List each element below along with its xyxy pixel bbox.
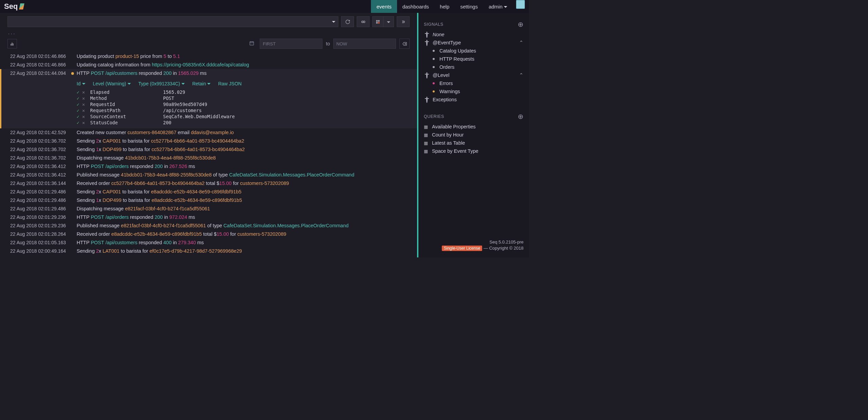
chevron-up-icon[interactable]: ⌃ <box>519 40 524 45</box>
event-message: Published message 41bdcb01-75b3-4ea4-8f8… <box>77 171 417 178</box>
signals-heading: SIGNALS <box>424 22 443 27</box>
add-query-button[interactable]: ⊕ <box>518 112 524 121</box>
signal-item[interactable]: Orders <box>424 63 524 71</box>
chevron-up-icon[interactable]: ⌃ <box>519 72 524 78</box>
signal-item[interactable]: Errors <box>424 79 524 87</box>
retain-button[interactable]: Retain <box>192 81 211 86</box>
event-message: HTTP POST /api/orders responded 200 in 2… <box>77 163 417 170</box>
signal-level-group[interactable]: @Level ⌃ <box>424 71 524 79</box>
events-list[interactable]: 22 Aug 2018 02:01:46.866Updating product… <box>0 52 417 257</box>
check-icon[interactable]: ✓ <box>77 96 79 101</box>
event-row[interactable]: 22 Aug 2018 02:01:28.264Received order e… <box>0 230 417 238</box>
event-row[interactable]: 22 Aug 2018 02:01:46.866Updating catalog… <box>0 61 417 69</box>
event-timestamp: 22 Aug 2018 02:01:36.412 <box>10 163 71 170</box>
signal-item[interactable]: Catalog Updates <box>424 47 524 55</box>
event-row[interactable]: 22 Aug 2018 02:01:29.236Published messag… <box>0 222 417 230</box>
event-row[interactable]: 22 Aug 2018 02:01:29.236HTTP POST /api/o… <box>0 213 417 222</box>
event-row[interactable]: 22 Aug 2018 02:01:36.144Received order c… <box>0 179 417 188</box>
event-timestamp: 22 Aug 2018 02:01:29.236 <box>10 222 71 229</box>
add-signal-button[interactable]: ⊕ <box>518 20 524 28</box>
svg-rect-5 <box>378 22 379 23</box>
chevron-down-icon[interactable] <box>332 19 335 24</box>
event-row[interactable]: 22 Aug 2018 02:01:29.486Dispatching mess… <box>0 205 417 213</box>
histogram-button[interactable] <box>7 39 17 48</box>
property-row: ✓✕StatusCode200 <box>77 120 408 126</box>
event-row[interactable]: 22 Aug 2018 02:01:05.163HTTP POST /api/c… <box>0 238 417 247</box>
property-value: /api/customers <box>163 108 202 113</box>
type-button[interactable]: Type (0x9912334C) <box>138 81 185 86</box>
x-icon[interactable]: ✕ <box>82 102 85 107</box>
nav-events[interactable]: events <box>371 0 397 13</box>
clear-time-button[interactable] <box>399 39 410 49</box>
event-timestamp: 22 Aug 2018 02:01:36.702 <box>10 154 71 162</box>
search-input[interactable] <box>7 16 338 27</box>
query-item[interactable]: ▦Available Properties <box>424 123 524 131</box>
property-value: SeqCafe.Web.DemoMiddleware <box>163 114 235 119</box>
event-row[interactable]: 22 Aug 2018 02:01:44.094HTTP POST /api/c… <box>0 69 417 78</box>
event-row[interactable]: 22 Aug 2018 02:01:29.486Sending 1x DOP49… <box>0 196 417 205</box>
check-icon[interactable]: ✓ <box>77 120 79 125</box>
x-icon[interactable]: ✕ <box>82 120 85 125</box>
refresh-button[interactable] <box>341 16 354 27</box>
view-menu-button[interactable] <box>383 16 394 27</box>
event-message: Updating catalog information from https:… <box>77 61 417 68</box>
signal-eventtype-group[interactable]: @EventType ⌃ <box>424 39 524 47</box>
tail-button[interactable] <box>357 16 370 27</box>
query-item[interactable]: ▦Space by Event Type <box>424 147 524 155</box>
signal-item[interactable]: HTTP Requests <box>424 55 524 63</box>
raw-json-button[interactable]: Raw JSON <box>218 81 241 86</box>
event-row[interactable]: 22 Aug 2018 02:01:36.412HTTP POST /api/o… <box>0 162 417 171</box>
event-row[interactable]: 22 Aug 2018 02:01:46.866Updating product… <box>0 52 417 61</box>
x-icon[interactable]: ✕ <box>82 114 85 119</box>
event-timestamp: 22 Aug 2018 02:01:46.866 <box>10 61 71 68</box>
nav-settings[interactable]: settings <box>455 0 483 13</box>
check-icon[interactable]: ✓ <box>77 108 79 113</box>
svg-rect-2 <box>376 20 378 21</box>
calendar-icon[interactable] <box>249 41 254 47</box>
property-key: SourceContext <box>90 114 163 119</box>
nav-help[interactable]: help <box>434 0 455 13</box>
check-icon[interactable]: ✓ <box>77 114 79 119</box>
query-icon: ▦ <box>424 141 429 146</box>
level-button[interactable]: Level (Warning) <box>93 81 131 86</box>
time-to-input[interactable]: NOW <box>333 39 396 49</box>
event-message: Sending 1x DOP499 to barista for ef0c17e… <box>77 256 417 257</box>
nav-admin[interactable]: admin <box>483 0 513 13</box>
id-button[interactable]: Id <box>77 81 85 86</box>
event-timestamp: 22 Aug 2018 02:01:42.529 <box>10 129 71 136</box>
event-timestamp: 22 Aug 2018 02:01:29.486 <box>10 188 71 195</box>
x-icon[interactable]: ✕ <box>82 89 85 95</box>
signal-none[interactable]: None <box>424 30 524 39</box>
check-icon[interactable]: ✓ <box>77 89 79 95</box>
property-value: POST <box>163 96 174 101</box>
svg-rect-7 <box>12 42 12 45</box>
logo: Seq <box>4 2 24 11</box>
property-key: Method <box>90 96 163 101</box>
more-button[interactable] <box>397 16 410 27</box>
avatar[interactable] <box>516 0 525 9</box>
event-row[interactable]: 22 Aug 2018 02:01:36.702Sending 1x DOP49… <box>0 145 417 154</box>
event-row[interactable]: 22 Aug 2018 02:00:49.164Sending 2x LAT00… <box>0 247 417 255</box>
event-row[interactable]: 22 Aug 2018 02:00:49.164Sending 1x DOP49… <box>0 255 417 257</box>
query-item[interactable]: ▦Latest as Table <box>424 139 524 147</box>
signal-item[interactable]: Warnings <box>424 87 524 96</box>
svg-rect-9 <box>250 42 254 45</box>
time-from-input[interactable]: FIRST <box>260 39 322 49</box>
x-icon[interactable]: ✕ <box>82 108 85 113</box>
x-icon[interactable]: ✕ <box>82 96 85 101</box>
nav-dashboards[interactable]: dashboards <box>397 0 434 13</box>
event-timestamp: 22 Aug 2018 02:01:29.486 <box>10 197 71 204</box>
svg-point-0 <box>361 21 363 23</box>
event-timestamp: 22 Aug 2018 02:01:36.702 <box>10 146 71 153</box>
event-row[interactable]: 22 Aug 2018 02:01:29.486Sending 2x CAP00… <box>0 188 417 196</box>
svg-rect-3 <box>378 20 379 21</box>
check-icon[interactable]: ✓ <box>77 102 79 107</box>
event-row[interactable]: 22 Aug 2018 02:01:36.702Sending 2x CAP00… <box>0 137 417 145</box>
view-grid-button[interactable] <box>372 16 383 27</box>
event-row[interactable]: 22 Aug 2018 02:01:36.702Dispatching mess… <box>0 154 417 162</box>
event-row[interactable]: 22 Aug 2018 02:01:36.412Published messag… <box>0 171 417 179</box>
query-item[interactable]: ▦Count by Hour <box>424 131 524 139</box>
signal-exceptions[interactable]: Exceptions <box>424 96 524 104</box>
property-value: 1565.029 <box>163 89 185 95</box>
event-row[interactable]: 22 Aug 2018 02:01:42.529Created new cust… <box>0 128 417 137</box>
